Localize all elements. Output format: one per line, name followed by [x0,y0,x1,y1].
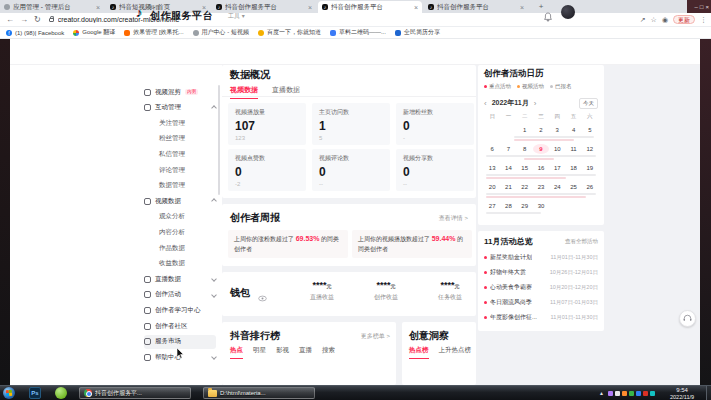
calendar-day[interactable]: 2 [533,125,549,135]
tray-icon-2[interactable] [622,391,627,396]
sidebar-item-观众分析[interactable]: 观众分析 [144,210,216,224]
chrome-update-button[interactable]: 更新 [673,15,695,24]
calendar-day[interactable]: 20 [484,182,500,192]
calendar-day[interactable]: 16 [533,163,549,173]
calendar-day[interactable]: 28 [500,201,516,211]
profile-icon[interactable]: ◉ [662,16,668,24]
sidebar-item-私信管理[interactable]: 私信管理 [144,147,216,161]
insight-tab-上升热点榜[interactable]: 上升热点榜 [439,346,472,359]
taskbar-window-explorer[interactable]: D:\html\materia... [203,387,315,399]
browser-tab[interactable]: 应用管理 - 管理后台× [0,1,104,13]
calendar-prev-icon[interactable]: ‹ [484,99,487,108]
calendar-day[interactable]: 23 [533,182,549,192]
calendar-day[interactable]: 29 [517,201,533,211]
calendar-day[interactable]: 13 [484,163,500,173]
activity-item[interactable]: 年度影像创作征...11月01日-11月30日 [484,313,598,322]
calendar-day[interactable]: 27 [484,201,500,211]
activity-item[interactable]: 新星奖励金计划11月01日-11月30日 [484,253,598,262]
tab-close-icon[interactable]: × [414,4,418,11]
tool-menu[interactable]: 工具 ▾ [228,12,245,21]
activity-item[interactable]: 冬日潮流风尚季11月07日-01月03日 [484,298,598,307]
sidebar-item-服务市场[interactable]: 服务市场 [144,335,216,349]
tray-icon-4[interactable] [636,391,641,396]
bookmark-item[interactable]: Google 翻译 [73,28,115,37]
bookmark-item[interactable]: 百度一下，你就知道 [258,28,321,37]
calendar-day[interactable]: 22 [517,182,533,192]
start-button[interactable] [3,387,15,399]
tray-icon-1[interactable] [615,391,620,396]
sidebar-item-创作者学习中心[interactable]: 创作者学习中心 [144,303,216,317]
maximize-button[interactable]: □ [700,4,704,10]
tab-close-icon[interactable]: × [96,4,100,11]
activity-item[interactable]: 心动美食争霸赛10月20日-12月20日 [484,283,598,292]
tray-icon-3[interactable] [629,391,634,396]
browser-tab[interactable]: ♪抖音创作服务平台× [318,1,422,13]
tray-icon-0[interactable] [608,391,613,396]
calendar-day[interactable]: 7 [500,144,516,154]
sidebar-item-收益数据[interactable]: 收益数据 [144,257,216,271]
bookmark-item[interactable]: f(1) (98)| Facebook [6,30,64,36]
calendar-day[interactable]: 18 [565,163,581,173]
tab-close-icon[interactable]: × [308,4,312,11]
sidebar-item-数据管理[interactable]: 数据管理 [144,179,216,193]
brand-title[interactable]: 创作服务平台 [150,9,213,23]
browser-menu-icon[interactable]: ⋮ [700,16,707,24]
sidebar-item-视频数据[interactable]: 视频数据 [144,194,216,208]
sidebar-item-关注管理[interactable]: 关注管理 [144,116,216,130]
weekly-detail-link[interactable]: 查看详情 > [439,214,468,223]
tray-expand-icon[interactable]: ▲ [599,390,604,396]
calendar-next-icon[interactable]: › [534,99,537,108]
sidebar-item-创作者社区[interactable]: 创作者社区 [144,319,216,333]
taskbar-photoshop-icon[interactable]: Ps [29,387,41,399]
activities-all-link[interactable]: 查看全部活动 [565,238,598,245]
calendar-day[interactable]: 26 [582,182,598,192]
show-desktop-button[interactable] [706,386,711,400]
reload-icon[interactable]: ↻ [34,15,41,24]
user-avatar[interactable] [561,5,575,19]
close-button[interactable]: × [705,4,709,10]
calendar-day[interactable]: 12 [582,144,598,154]
calendar-day[interactable]: 10 [549,144,565,154]
activity-item[interactable]: 好物年终大赏10月26日-12月01日 [484,268,598,277]
douyin-logo-icon[interactable]: ♪ [136,5,143,20]
calendar-day[interactable]: 8 [517,144,533,154]
sidebar-item-创作活动[interactable]: 创作活动 [144,288,216,302]
bookmark-item[interactable]: 草料二维码——... [330,28,386,37]
calendar-day[interactable]: 9 [533,144,549,154]
sidebar-item-粉丝管理[interactable]: 粉丝管理 [144,132,216,146]
calendar-day[interactable]: 11 [565,144,581,154]
sidebar-item-直播数据[interactable]: 直播数据 [144,272,216,286]
calendar-today-button[interactable]: 今天 [579,98,598,109]
sidebar-item-视频混剪[interactable]: 视频混剪内测 [144,85,216,99]
calendar-day[interactable]: 30 [533,201,549,211]
bookmark-item[interactable]: 用户中心 - 短视频 [193,28,249,37]
customer-service-button[interactable] [679,310,696,327]
ranking-tab-直播[interactable]: 直播 [299,346,312,359]
forward-icon[interactable]: → [20,15,28,24]
calendar-day[interactable]: 24 [549,182,565,192]
ranking-tab-明星[interactable]: 明星 [253,346,266,359]
notification-bell-icon[interactable] [543,8,553,26]
calendar-day[interactable]: 3 [549,125,565,135]
taskbar-browser360-icon[interactable] [55,387,67,399]
calendar-day[interactable]: 21 [500,182,516,192]
sidebar-item-互动管理[interactable]: 互动管理 [144,101,216,115]
sidebar-item-内容分析[interactable]: 内容分析 [144,225,216,239]
sidebar-item-评论管理[interactable]: 评论管理 [144,163,216,177]
taskbar-window-chrome[interactable]: 抖音创作服务平... [79,387,191,399]
calendar-day[interactable]: 6 [484,144,500,154]
calendar-day[interactable]: 25 [565,182,581,192]
back-icon[interactable]: ← [6,15,14,24]
calendar-day[interactable]: 1 [517,125,533,135]
ranking-tab-影视[interactable]: 影视 [276,346,289,359]
bookmark-star-icon[interactable]: ☆ [651,16,657,24]
minimize-button[interactable]: – [695,4,698,10]
ranking-tab-热点[interactable]: 热点 [230,346,243,359]
tray-icon-5[interactable] [643,391,648,396]
share-icon[interactable]: ↗ [640,16,646,24]
tray-icon-6[interactable] [650,391,655,396]
ranking-tab-搜索[interactable]: 搜索 [322,346,335,359]
calendar-day[interactable]: 15 [517,163,533,173]
calendar-day[interactable]: 19 [582,163,598,173]
calendar-day[interactable]: 17 [549,163,565,173]
